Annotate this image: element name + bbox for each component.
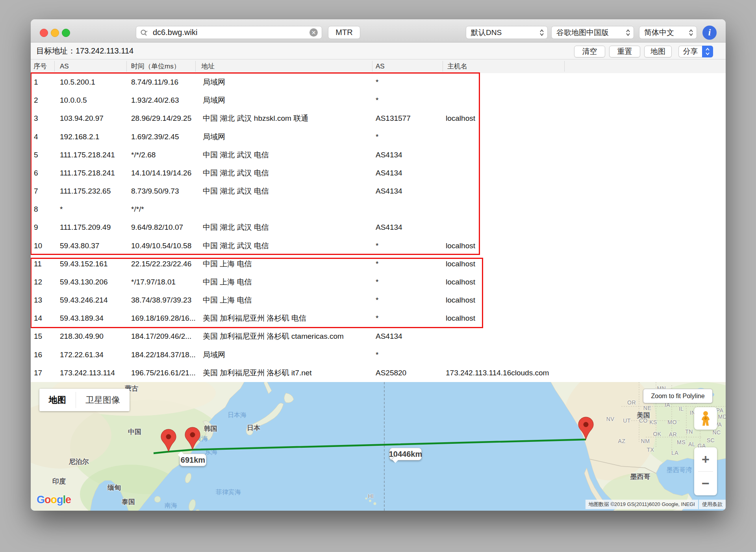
cell-time: 1.69/2.39/2.45 — [131, 128, 179, 146]
zoom-to-fit-button[interactable]: Zoom to fit Polyline — [643, 389, 713, 403]
table-row[interactable]: 1 10.5.200.1 8.74/9.11/9.16 局域网 * — [31, 73, 726, 91]
table-row[interactable]: 7 111.175.232.65 8.73/9.50/9.73 中国 湖北 武汉… — [31, 182, 726, 200]
map-marker-wuhan — [161, 429, 176, 452]
cell-asn: * — [376, 346, 378, 364]
cell-address: 美国 加利福尼亚州 洛杉矶 it7.net — [203, 364, 312, 382]
cell-time: */*/2.68 — [131, 146, 156, 164]
cell-index: 7 — [34, 182, 38, 200]
table-row[interactable]: 17 173.242.113.114 196.75/216.61/21... 美… — [31, 364, 726, 382]
col-header-hostname[interactable]: 主机名 — [447, 59, 467, 73]
cell-time: 14.10/14.19/14.26 — [131, 164, 191, 182]
table-row[interactable]: 2 10.0.0.5 1.93/2.40/2.63 局域网 * — [31, 91, 726, 109]
map-provider-value: 谷歌地图中国版 — [556, 28, 609, 38]
cell-as-ip: 59.43.130.206 — [60, 273, 108, 291]
table-row[interactable]: 12 59.43.130.206 */17.97/18.01 中国 上海 电信 … — [31, 273, 726, 291]
col-header-index[interactable]: 序号 — [33, 59, 47, 73]
cell-address: 中国 上海 电信 — [203, 255, 252, 273]
share-stepper[interactable] — [702, 46, 713, 57]
host-search-input[interactable]: dc6.bwg.wiki ✕ — [136, 26, 322, 39]
table-row[interactable]: 6 111.175.218.241 14.10/14.19/14.26 中国 湖… — [31, 164, 726, 182]
table-row[interactable]: 8 * */*/* — [31, 200, 726, 218]
pegman-control[interactable] — [694, 407, 717, 430]
cell-index: 13 — [34, 291, 42, 309]
cell-index: 5 — [34, 146, 38, 164]
cell-hostname: localhost — [446, 255, 475, 273]
cell-index: 16 — [34, 346, 42, 364]
col-header-address[interactable]: 地址 — [201, 59, 215, 73]
app-window: dc6.bwg.wiki ✕ MTR 默认DNS 谷歌地图中国版 简体中文 i … — [31, 19, 726, 511]
cell-as-ip: 103.94.20.97 — [60, 109, 104, 127]
cell-asn: * — [376, 255, 378, 273]
cell-as-ip: 59.43.189.34 — [60, 309, 104, 327]
cell-as-ip: 10.5.200.1 — [60, 73, 95, 91]
cell-address: 中国 上海 电信 — [203, 273, 252, 291]
cell-as-ip: 192.168.2.1 — [60, 128, 99, 146]
cell-asn: AS4134 — [376, 327, 402, 345]
cell-address: 中国 湖北 武汉 电信 — [203, 182, 269, 200]
table-row[interactable]: 9 111.175.209.49 9.64/9.82/10.07 中国 湖北 武… — [31, 218, 726, 236]
map-provider-select[interactable]: 谷歌地图中国版 — [551, 26, 634, 39]
share-button[interactable]: 分享 — [678, 46, 702, 57]
cell-time: 9.64/9.82/10.07 — [131, 218, 183, 236]
table-row[interactable]: 14 59.43.189.34 169.18/169.28/16... 美国 加… — [31, 309, 726, 327]
table-row[interactable]: 11 59.43.152.161 22.15/22.23/22.46 中国 上海… — [31, 255, 726, 273]
distance-label-691km: 691km — [180, 454, 206, 466]
map-tab[interactable]: 地图 — [39, 389, 76, 411]
dns-select[interactable]: 默认DNS — [466, 26, 548, 39]
attribution-text: 地图数据 ©2019 GS(2011)6020 Google, INEGI — [586, 500, 698, 509]
table-row[interactable]: 10 59.43.80.37 10.49/10.54/10.58 中国 湖北 武… — [31, 237, 726, 255]
cell-asn: * — [376, 309, 378, 327]
pegman-icon — [700, 411, 712, 426]
cell-time: 38.74/38.97/39.23 — [131, 291, 191, 309]
cell-index: 10 — [34, 237, 42, 255]
reset-button[interactable]: 重置 — [609, 46, 640, 57]
terms-link[interactable]: 使用条款 — [699, 500, 726, 509]
minimize-button[interactable] — [51, 29, 59, 37]
table-row[interactable]: 4 192.168.2.1 1.69/2.39/2.45 局域网 * — [31, 128, 726, 146]
cell-hostname: localhost — [446, 109, 475, 127]
cell-as-ip: 111.175.218.241 — [60, 164, 115, 182]
google-logo[interactable]: Google — [37, 494, 71, 506]
cell-index: 17 — [34, 364, 42, 382]
cell-index: 12 — [34, 273, 42, 291]
search-icon — [140, 29, 150, 36]
clear-button[interactable]: 清空 — [574, 46, 605, 57]
table-row[interactable]: 3 103.94.20.97 28.96/29.14/29.25 中国 湖北 武… — [31, 109, 726, 127]
cell-hostname: 173.242.113.114.16clouds.com — [446, 364, 549, 382]
info-button[interactable]: i — [702, 26, 717, 40]
mtr-button[interactable]: MTR — [328, 26, 360, 39]
cell-asn: AS4134 — [376, 164, 402, 182]
map-button[interactable]: 地图 — [644, 46, 672, 57]
cell-time: */*/* — [131, 200, 144, 218]
language-select[interactable]: 简体中文 — [639, 26, 697, 39]
cell-asn: AS131577 — [376, 109, 411, 127]
satellite-tab[interactable]: 卫星图像 — [76, 389, 130, 411]
col-header-asn[interactable]: AS — [376, 59, 385, 73]
col-header-as-ip[interactable]: AS — [60, 59, 69, 73]
cell-asn: * — [376, 128, 378, 146]
cell-time: 196.75/216.61/21... — [131, 364, 196, 382]
table-row[interactable]: 13 59.43.246.214 38.74/38.97/39.23 中国 上海… — [31, 291, 726, 309]
zoom-in-button[interactable]: + — [694, 447, 717, 471]
map-panel[interactable]: 691km 10446km 地图 卫星图像 Zoom to fit Polyli… — [31, 382, 726, 511]
table-row[interactable]: 5 111.175.218.241 */*/2.68 中国 湖北 武汉 电信 A… — [31, 146, 726, 164]
updown-chevron-icon — [626, 29, 630, 36]
col-header-time[interactable]: 时间（单位ms） — [131, 59, 180, 73]
zoom-out-button[interactable]: − — [694, 472, 717, 496]
clear-search-icon[interactable]: ✕ — [309, 28, 318, 37]
cell-time: 184.22/184.37/18... — [131, 346, 196, 364]
table-row[interactable]: 16 172.22.61.34 184.22/184.37/18... 局域网 … — [31, 346, 726, 364]
cell-index: 14 — [34, 309, 42, 327]
column-divider — [564, 61, 565, 72]
language-value: 简体中文 — [644, 28, 674, 38]
cell-address: 局域网 — [203, 73, 225, 91]
cell-index: 8 — [34, 200, 38, 218]
cell-address: 中国 湖北 武汉 电信 — [203, 218, 269, 236]
zoom-button[interactable] — [62, 29, 70, 37]
cell-address: 局域网 — [203, 346, 225, 364]
cell-time: 28.96/29.14/29.25 — [131, 109, 191, 127]
cell-time: 169.18/169.28/16... — [131, 309, 196, 327]
close-button[interactable] — [40, 29, 48, 37]
table-row[interactable]: 15 218.30.49.90 184.17/209.46/2... 美国 加利… — [31, 327, 726, 345]
map-marker-shanghai — [185, 427, 200, 450]
